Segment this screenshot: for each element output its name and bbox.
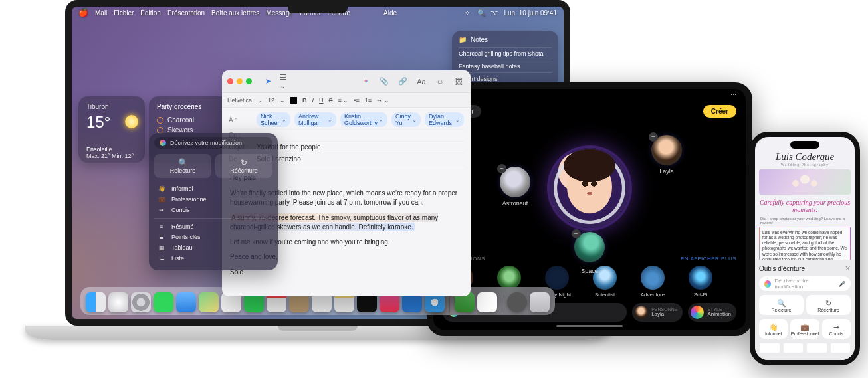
style-option-professional[interactable]: 💼Professionnel xyxy=(154,194,272,205)
spotlight-icon[interactable]: 🔍 xyxy=(477,9,485,17)
color-swatch[interactable] xyxy=(290,97,297,104)
font-size-select[interactable]: 12 xyxy=(268,97,274,104)
photographer-name: Luis Coderque xyxy=(755,151,855,163)
close-window-button[interactable] xyxy=(227,78,233,84)
recipient-token[interactable]: Cindy Yu xyxy=(391,112,421,127)
zoom-window-button[interactable] xyxy=(246,78,252,84)
tool-table[interactable]: ▦Tableau xyxy=(154,242,272,253)
note-row[interactable]: Fantasy baseball notes xyxy=(459,60,552,72)
emoji-button[interactable]: ☺ xyxy=(433,76,447,88)
suggestion-item[interactable]: Sci-Fi xyxy=(682,266,719,298)
menubar-item[interactable]: Présentation xyxy=(167,9,205,17)
ingredient-bubble-layla[interactable]: − xyxy=(651,135,682,165)
person-chip[interactable]: PERSONNELayla xyxy=(632,303,683,322)
header-fields-toggle[interactable]: ☰ ⌄ xyxy=(280,76,293,88)
style-option-concise[interactable]: ⇥Concis xyxy=(154,205,272,215)
send-button[interactable]: ➤ xyxy=(261,76,274,88)
writing-tools-prompt[interactable]: Décrivez votre modification xyxy=(154,137,272,149)
attach-button[interactable]: 📎 xyxy=(378,76,391,88)
close-sheet-icon[interactable]: ✕ xyxy=(845,264,851,273)
underline-button[interactable]: U xyxy=(319,97,324,104)
recipient-token[interactable]: Kristin Goldsworthy xyxy=(340,112,387,127)
keypoints-icon: ≣ xyxy=(157,234,166,240)
menubar-item[interactable]: Format xyxy=(300,9,321,17)
proofread-button[interactable]: 🔍 Relecture xyxy=(759,295,804,315)
menubar-datetime[interactable]: Lun. 10 juin 09:41 xyxy=(504,9,557,17)
dock-app-launchpad[interactable] xyxy=(108,292,128,312)
remove-ingredient-icon[interactable]: − xyxy=(649,132,658,142)
tool-summary[interactable]: ≡Résumé xyxy=(154,221,272,232)
photo-button[interactable]: 🖼 xyxy=(452,76,465,88)
dock-app-maps[interactable] xyxy=(199,292,219,312)
tool-keypoints[interactable]: ≣Points clés xyxy=(154,232,272,242)
recipient-token[interactable]: Dylan Edwards xyxy=(425,112,464,127)
rewrite-button[interactable]: ↻ Réécriture xyxy=(806,295,851,315)
microphone-icon[interactable]: 🎤 xyxy=(839,281,845,287)
menubar-item[interactable]: Édition xyxy=(140,9,161,17)
menubar-item[interactable]: Fenêtre xyxy=(328,9,350,17)
reminder-checkbox-icon[interactable] xyxy=(157,127,163,134)
tool-thumbnail[interactable] xyxy=(806,343,827,353)
tool-thumbnail[interactable] xyxy=(830,343,851,353)
bold-button[interactable]: B xyxy=(302,97,307,104)
link-button[interactable]: 🔗 xyxy=(396,76,409,88)
ingredient-bubble-astronaut[interactable]: − xyxy=(500,167,530,197)
suggestion-item[interactable]: Adventure xyxy=(634,266,671,298)
weather-widget[interactable]: Tiburon 15° Ensoleillé Max. 21° Min. 12° xyxy=(78,96,145,163)
style-professional-button[interactable]: 💼Professionnel xyxy=(790,319,819,339)
list-number-button[interactable]: 1≡ xyxy=(365,97,372,104)
remove-ingredient-icon[interactable]: − xyxy=(572,229,581,238)
format-toggle-button[interactable]: Aa xyxy=(415,76,428,88)
apple-menu-icon[interactable]: 🍎 xyxy=(78,8,88,17)
home-indicator[interactable] xyxy=(556,325,623,327)
show-more-link[interactable]: EN AFFICHER PLUS xyxy=(681,256,736,262)
dock-recent-app[interactable] xyxy=(477,292,497,312)
recipient-token[interactable]: Nick Scheer xyxy=(257,112,290,127)
style-option-informal[interactable]: 👋Informel xyxy=(154,183,272,194)
main-generated-image[interactable] xyxy=(550,148,629,228)
dock-trash[interactable] xyxy=(530,292,550,312)
ingredient-bubble-space[interactable]: − xyxy=(574,232,605,262)
dock-app-messages[interactable] xyxy=(154,292,173,312)
strike-button[interactable]: S xyxy=(329,97,333,104)
menubar-app-name[interactable]: Mail xyxy=(95,9,107,17)
style-informal-button[interactable]: 👋Informel xyxy=(759,319,788,339)
sheet-prompt-input[interactable]: Décrivez votre modification 🎤 xyxy=(759,276,851,291)
create-button[interactable]: Créer xyxy=(703,105,736,118)
iphone-device: Luis Coderque Wedding Photography Carefu… xyxy=(750,132,860,365)
recipient-token[interactable]: Andrew Mulligan xyxy=(294,112,336,127)
dock-downloads[interactable] xyxy=(507,292,527,312)
tool-thumbnail[interactable] xyxy=(783,343,804,353)
style-concise-button[interactable]: ⇥Concis xyxy=(822,319,851,339)
reminder-checkbox-icon[interactable] xyxy=(157,117,163,124)
rewrite-icon: ↻ xyxy=(806,299,851,308)
minimize-window-button[interactable] xyxy=(237,78,243,84)
style-chip[interactable]: STYLEAnimation xyxy=(688,303,736,322)
remove-ingredient-icon[interactable]: − xyxy=(497,164,506,173)
ai-compose-icon[interactable]: ✦ xyxy=(359,76,372,88)
ipad-more-icon[interactable]: ⋯ xyxy=(730,92,736,101)
control-center-icon[interactable]: ⌥ xyxy=(490,9,498,17)
rewrite-button[interactable]: ↻ Réécriture xyxy=(215,154,272,178)
dock-app-mail[interactable] xyxy=(176,292,196,312)
font-select[interactable]: Helvetica xyxy=(227,97,252,104)
tool-thumbnail[interactable] xyxy=(759,343,780,353)
italic-button[interactable]: I xyxy=(312,97,314,104)
list-bullet-button[interactable]: •≡ xyxy=(354,97,359,104)
menubar-item[interactable]: Boîte aux lettres xyxy=(211,9,259,17)
sheet-title: Outils d'écriture xyxy=(759,265,805,272)
menubar-item[interactable]: Fichier xyxy=(114,9,134,17)
briefcase-icon: 💼 xyxy=(157,196,166,203)
dock-app-settings[interactable] xyxy=(131,292,151,312)
proofread-button[interactable]: 🔍 Relecture xyxy=(154,154,211,178)
align-button[interactable]: ≡ ⌄ xyxy=(338,97,349,104)
indent-button[interactable]: ⇥ ⌄ xyxy=(377,97,389,104)
tool-list[interactable]: ≔Liste xyxy=(154,253,272,264)
dock-app-finder[interactable] xyxy=(86,292,106,312)
mail-to-row[interactable]: À : Nick Scheer Andrew Mulligan Kristin … xyxy=(229,110,464,130)
writing-tools-sheet: Outils d'écriture ✕ Décrivez votre modif… xyxy=(755,260,855,360)
menubar-item[interactable]: Message xyxy=(266,9,293,17)
menubar-item[interactable]: Aide xyxy=(383,9,397,17)
note-row[interactable]: Charcoal grilling tips from Shota xyxy=(459,47,552,60)
wifi-icon[interactable]: ᯤ xyxy=(465,9,472,17)
